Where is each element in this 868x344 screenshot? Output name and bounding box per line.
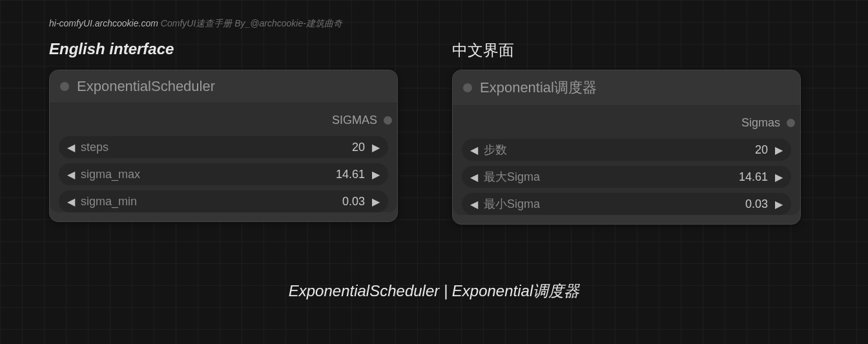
widget-sigma-max[interactable]: ◀ sigma_max 14.61 ▶ [59, 163, 388, 185]
chevron-right-icon[interactable]: ▶ [370, 196, 382, 208]
node-titlebar[interactable]: ExponentialScheduler [50, 70, 397, 103]
chevron-left-icon[interactable]: ◀ [468, 171, 480, 183]
output-row: Sigmas [453, 112, 800, 139]
widget-value[interactable]: 20 [108, 141, 365, 154]
chevron-right-icon[interactable]: ▶ [370, 168, 382, 181]
widget-value[interactable]: 14.61 [540, 170, 768, 184]
watermark-text: ComfyUI速查手册 By_@archcookie-建筑曲奇 [161, 18, 342, 28]
node-titlebar[interactable]: Exponential调度器 [453, 70, 800, 106]
chevron-left-icon[interactable]: ◀ [468, 144, 480, 156]
collapse-dot-icon[interactable] [463, 83, 472, 92]
chevron-right-icon[interactable]: ▶ [773, 144, 785, 156]
node-title: Exponential调度器 [480, 78, 597, 97]
node-exponentialscheduler-zh[interactable]: Exponential调度器 Sigmas ◀ 步数 20 ▶ ◀ 最大Sigm… [452, 70, 801, 225]
widget-value[interactable]: 20 [507, 143, 768, 157]
widget-label: 最小Sigma [484, 196, 540, 212]
widget-label: steps [81, 141, 108, 154]
widget-sigma-min[interactable]: ◀ 最小Sigma 0.03 ▶ [462, 193, 791, 215]
chevron-left-icon[interactable]: ◀ [65, 141, 77, 154]
widget-label: 步数 [484, 142, 507, 157]
widget-value[interactable]: 0.03 [540, 197, 768, 211]
widget-sigma-max[interactable]: ◀ 最大Sigma 14.61 ▶ [462, 166, 791, 188]
widget-value[interactable]: 0.03 [137, 195, 365, 208]
node-body: Sigmas ◀ 步数 20 ▶ ◀ 最大Sigma 14.61 ▶ ◀ 最小S… [453, 106, 800, 215]
widget-label: 最大Sigma [484, 169, 540, 185]
chevron-right-icon[interactable]: ▶ [370, 141, 382, 154]
widget-value[interactable]: 14.61 [140, 168, 365, 181]
chevron-left-icon[interactable]: ◀ [468, 198, 480, 210]
heading-chinese: 中文界面 [452, 40, 514, 61]
collapse-dot-icon[interactable] [60, 82, 69, 91]
chevron-right-icon[interactable]: ▶ [773, 171, 785, 183]
heading-english: English interface [49, 40, 174, 58]
chevron-left-icon[interactable]: ◀ [65, 196, 77, 208]
widget-steps[interactable]: ◀ steps 20 ▶ [59, 136, 388, 158]
watermark: hi-comfyUI.archcookie.comComfyUI速查手册 By_… [49, 18, 342, 30]
output-label: Sigmas [741, 116, 780, 130]
widget-label: sigma_min [81, 195, 137, 208]
widget-label: sigma_max [81, 168, 140, 181]
widget-steps[interactable]: ◀ 步数 20 ▶ [462, 139, 791, 161]
output-port-icon[interactable] [787, 119, 795, 127]
node-exponentialscheduler-en[interactable]: ExponentialScheduler SIGMAS ◀ steps 20 ▶… [49, 70, 398, 222]
node-title: ExponentialScheduler [77, 78, 215, 95]
output-row: SIGMAS [50, 110, 397, 136]
chevron-right-icon[interactable]: ▶ [773, 198, 785, 210]
caption: ExponentialScheduler | Exponential调度器 [0, 281, 868, 301]
chevron-left-icon[interactable]: ◀ [65, 168, 77, 181]
node-body: SIGMAS ◀ steps 20 ▶ ◀ sigma_max 14.61 ▶ … [50, 103, 397, 212]
output-port-icon[interactable] [384, 116, 392, 125]
output-label: SIGMAS [332, 114, 377, 127]
widget-sigma-min[interactable]: ◀ sigma_min 0.03 ▶ [59, 190, 388, 212]
watermark-url: hi-comfyUI.archcookie.com [49, 18, 158, 28]
